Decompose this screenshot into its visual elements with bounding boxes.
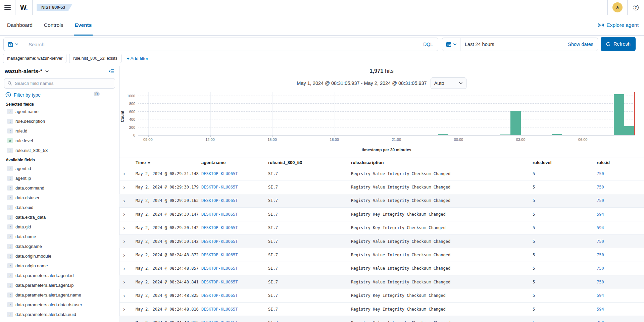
agent-name-link[interactable]: DESKTOP-KLUO65T <box>201 225 268 230</box>
expand-row-icon[interactable]: › <box>123 184 125 191</box>
agent-name-link[interactable]: DESKTOP-KLUO65T <box>201 307 268 312</box>
field-item-available[interactable]: tdata.gid <box>0 222 119 232</box>
histogram-bar-23:00[interactable] <box>438 134 448 135</box>
filter-bar: manager.name: wazuh-server rule.nist_800… <box>3 54 148 63</box>
add-filter-link[interactable]: + Add filter <box>127 56 148 61</box>
date-picker-button[interactable] <box>442 38 460 51</box>
rule-id-link[interactable]: 750 <box>597 320 644 322</box>
field-item-selected[interactable]: #rule.level <box>0 136 119 146</box>
tab-dashboard[interactable]: Dashboard <box>6 15 34 35</box>
agent-name-link[interactable]: DESKTOP-KLUO65T <box>201 239 268 244</box>
histogram-bar-04:30[interactable] <box>552 134 562 135</box>
field-search-input[interactable] <box>15 81 112 86</box>
expand-row-icon[interactable]: › <box>123 225 125 231</box>
help-icon[interactable]: ? <box>633 5 639 10</box>
interval-select[interactable]: Auto <box>431 77 466 89</box>
agent-name-link[interactable]: DESKTOP-KLUO65T <box>201 320 268 322</box>
saved-queries-button[interactable] <box>4 38 23 51</box>
expand-row-icon[interactable]: › <box>123 292 125 299</box>
expand-row-icon[interactable]: › <box>123 170 125 177</box>
field-item-available[interactable]: tdata.extra_data <box>0 212 119 222</box>
filter-by-type-button[interactable]: Filter by type 0 <box>5 92 114 98</box>
expand-row-icon[interactable]: › <box>123 252 125 258</box>
index-pattern-selector[interactable]: wazuh-alerts-* <box>5 68 49 74</box>
agent-name-link[interactable]: DESKTOP-KLUO65T <box>201 185 268 190</box>
field-item-selected[interactable]: trule.nist_800_53 <box>0 146 119 155</box>
agent-name-link[interactable]: DESKTOP-KLUO65T <box>201 280 268 284</box>
rule-id-link[interactable]: 594 <box>597 307 644 312</box>
rule-id-link[interactable]: 750 <box>597 266 644 271</box>
agent-name-link[interactable]: DESKTOP-KLUO65T <box>201 171 268 176</box>
query-language-button[interactable]: DQL <box>423 42 433 47</box>
table-row: ›May 2, 2024 @ 08:29:30.179DESKTOP-KLUO6… <box>119 180 644 194</box>
field-item-available[interactable]: tdata.parameters.alert.agent.ip <box>0 280 119 290</box>
histogram-bar-02:30[interactable] <box>510 111 521 135</box>
tab-events[interactable]: Events <box>74 15 93 35</box>
axis-tick <box>521 135 521 137</box>
avatar[interactable]: a <box>612 2 623 12</box>
agent-name-link[interactable]: DESKTOP-KLUO65T <box>201 293 268 298</box>
expand-row-icon[interactable]: › <box>123 319 125 322</box>
column-header-rule-nist[interactable]: rule.nist_800_53 <box>268 160 351 165</box>
histogram-bar-07:30[interactable] <box>614 94 624 135</box>
rule-id-link[interactable]: 750 <box>597 198 644 203</box>
expand-row-icon[interactable]: › <box>123 211 125 217</box>
menu-icon[interactable] <box>4 5 11 10</box>
field-item-available[interactable]: tagent.ip <box>0 173 119 183</box>
field-item-available[interactable]: tdata.euid <box>0 203 119 212</box>
search-input[interactable] <box>29 42 423 47</box>
field-item-available[interactable]: tdata.home <box>0 232 119 241</box>
field-item-available[interactable]: tdata.command <box>0 183 119 193</box>
breadcrumb[interactable]: NIST 800-53 <box>37 4 72 11</box>
rule-id-link[interactable]: 750 <box>597 239 644 244</box>
agent-name-link[interactable]: DESKTOP-KLUO65T <box>201 212 268 217</box>
expand-row-icon[interactable]: › <box>123 265 125 272</box>
field-item-available[interactable]: tdata.dstuser <box>0 193 119 203</box>
show-dates-link[interactable]: Show dates <box>568 42 593 47</box>
field-item-selected[interactable]: trule.id <box>0 126 119 136</box>
column-header-rule-id[interactable]: rule.id <box>597 160 644 165</box>
rule-id-link[interactable]: 750 <box>597 253 644 257</box>
explore-agent-link[interactable]: Explore agent <box>598 15 639 35</box>
column-header-agent-name[interactable]: agent.name <box>201 160 268 165</box>
field-item-available[interactable]: tdata.origin.module <box>0 251 119 261</box>
filter-pill-manager-name[interactable]: manager.name: wazuh-server <box>3 54 66 63</box>
field-item-available[interactable]: tdata.parameters.alert.agent.name <box>0 290 119 300</box>
field-item-available[interactable]: tagent.id <box>0 164 119 173</box>
rule-id-link[interactable]: 750 <box>597 185 644 190</box>
agent-name-link[interactable]: DESKTOP-KLUO65T <box>201 253 268 257</box>
field-item-available[interactable]: tdata.origin.name <box>0 261 119 271</box>
filter-count-badge: 0 <box>94 92 100 96</box>
string-type-icon: t <box>7 224 13 229</box>
time-range-value[interactable]: Last 24 hours <box>465 42 494 47</box>
histogram-bar-08:00[interactable] <box>624 126 635 135</box>
refresh-button[interactable]: Refresh <box>601 37 636 51</box>
field-item-available[interactable]: tdata.parameters.alert.data.euid <box>0 310 119 319</box>
tab-controls[interactable]: Controls <box>43 15 64 35</box>
field-item-selected[interactable]: trule.description <box>0 116 119 126</box>
column-header-rule-description[interactable]: rule.description <box>351 160 533 165</box>
expand-row-icon[interactable]: › <box>123 279 125 285</box>
histogram-bar-02:00[interactable] <box>500 135 510 135</box>
rule-id-link[interactable]: 594 <box>597 293 644 298</box>
filter-pill-nist-exists[interactable]: rule.nist_800_53: exists <box>69 54 121 63</box>
expand-row-icon[interactable]: › <box>123 306 125 312</box>
agent-name-link[interactable]: DESKTOP-KLUO65T <box>201 198 268 203</box>
field-item-available[interactable]: tdata.parameters.alert.agent.id <box>0 271 119 280</box>
rule-id-link[interactable]: 594 <box>597 225 644 230</box>
rule-description-cell: Registry Key Integrity Checksum Changed <box>351 212 533 217</box>
rule-id-link[interactable]: 594 <box>597 212 644 217</box>
field-item-selected[interactable]: tagent.name <box>0 107 119 116</box>
rule-id-link[interactable]: 750 <box>597 280 644 284</box>
collapse-sidebar-icon[interactable] <box>109 68 114 74</box>
expand-row-icon[interactable]: › <box>123 198 125 204</box>
column-header-rule-level[interactable]: rule.level <box>533 160 597 165</box>
rule-id-link[interactable]: 750 <box>597 171 644 176</box>
field-item-available[interactable]: tdata.parameters.alert.data.dstuser <box>0 300 119 310</box>
wazuh-logo[interactable]: W. <box>15 4 32 11</box>
field-item-available[interactable]: tdata.logname <box>0 241 119 251</box>
agent-name-link[interactable]: DESKTOP-KLUO65T <box>201 266 268 271</box>
nist-cell: SI.7 <box>268 185 351 190</box>
expand-row-icon[interactable]: › <box>123 238 125 245</box>
column-header-time[interactable]: Time <box>136 160 201 165</box>
